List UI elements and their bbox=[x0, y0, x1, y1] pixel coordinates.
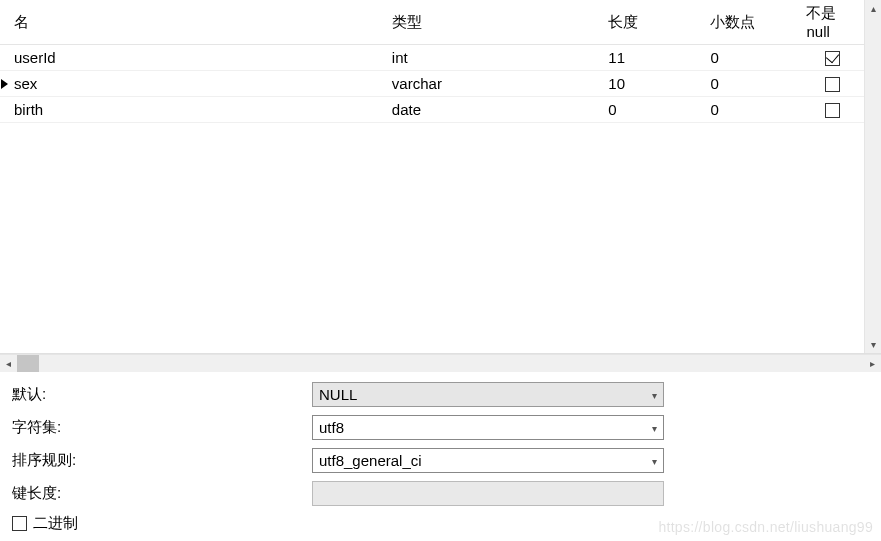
notnull-checkbox[interactable] bbox=[825, 51, 840, 66]
cell-length[interactable]: 10 bbox=[594, 71, 696, 97]
col-header-notnull[interactable]: 不是 null bbox=[792, 0, 864, 45]
table-row[interactable]: sexvarchar100 bbox=[0, 71, 864, 97]
cell-name-text: sex bbox=[14, 75, 37, 92]
vscroll-track[interactable] bbox=[865, 17, 881, 336]
cell-name-text: birth bbox=[14, 101, 43, 118]
collation-value: utf8_general_ci bbox=[319, 452, 422, 469]
chevron-down-icon: ▾ bbox=[652, 422, 657, 433]
cell-type[interactable]: date bbox=[378, 97, 595, 123]
col-header-length[interactable]: 长度 bbox=[594, 0, 696, 45]
table-row[interactable]: userIdint110 bbox=[0, 45, 864, 71]
col-header-decimals[interactable]: 小数点 bbox=[696, 0, 792, 45]
scroll-left-icon[interactable]: ◂ bbox=[0, 355, 17, 372]
fields-table: 名 类型 长度 小数点 不是 null userIdint110sexvarch… bbox=[0, 0, 864, 123]
scroll-up-icon[interactable]: ▴ bbox=[865, 0, 881, 17]
current-row-marker-icon bbox=[1, 79, 8, 89]
cell-length[interactable]: 0 bbox=[594, 97, 696, 123]
notnull-checkbox[interactable] bbox=[825, 103, 840, 118]
hscroll-track[interactable] bbox=[17, 355, 864, 372]
vertical-scrollbar[interactable]: ▴ ▾ bbox=[864, 0, 881, 353]
charset-label: 字符集: bbox=[12, 418, 312, 437]
keylen-label: 键长度: bbox=[12, 484, 312, 503]
cell-notnull[interactable] bbox=[792, 71, 864, 97]
table-row[interactable]: birthdate00 bbox=[0, 97, 864, 123]
chevron-down-icon: ▾ bbox=[652, 455, 657, 466]
cell-length[interactable]: 11 bbox=[594, 45, 696, 71]
charset-combo[interactable]: utf8 ▾ bbox=[312, 415, 664, 440]
col-header-type[interactable]: 类型 bbox=[378, 0, 595, 45]
collation-combo[interactable]: utf8_general_ci ▾ bbox=[312, 448, 664, 473]
cell-decimals[interactable]: 0 bbox=[696, 97, 792, 123]
cell-decimals[interactable]: 0 bbox=[696, 71, 792, 97]
hscroll-thumb[interactable] bbox=[17, 355, 39, 372]
chevron-down-icon: ▾ bbox=[652, 389, 657, 400]
default-combo[interactable]: NULL ▾ bbox=[312, 382, 664, 407]
default-label: 默认: bbox=[12, 385, 312, 404]
col-header-name[interactable]: 名 bbox=[0, 0, 378, 45]
table-empty-area[interactable] bbox=[0, 177, 864, 354]
cell-notnull[interactable] bbox=[792, 97, 864, 123]
cell-decimals[interactable]: 0 bbox=[696, 45, 792, 71]
binary-label: 二进制 bbox=[33, 514, 78, 533]
fields-table-header: 名 类型 长度 小数点 不是 null bbox=[0, 0, 864, 45]
keylen-input[interactable] bbox=[312, 481, 664, 506]
cell-name[interactable]: birth bbox=[0, 97, 378, 123]
cell-notnull[interactable] bbox=[792, 45, 864, 71]
cell-type[interactable]: int bbox=[378, 45, 595, 71]
horizontal-scrollbar[interactable]: ◂ ▸ bbox=[0, 354, 881, 372]
scroll-down-icon[interactable]: ▾ bbox=[865, 336, 881, 353]
cell-name[interactable]: sex bbox=[0, 71, 378, 97]
cell-name-text: userId bbox=[14, 49, 56, 66]
notnull-checkbox[interactable] bbox=[825, 77, 840, 92]
scroll-right-icon[interactable]: ▸ bbox=[864, 355, 881, 372]
charset-value: utf8 bbox=[319, 419, 344, 436]
cell-type[interactable]: varchar bbox=[378, 71, 595, 97]
default-value: NULL bbox=[319, 386, 357, 403]
cell-name[interactable]: userId bbox=[0, 45, 378, 71]
field-properties-panel: 默认: NULL ▾ 字符集: utf8 ▾ 排序规则: utf8_gene bbox=[0, 372, 881, 541]
binary-checkbox[interactable] bbox=[12, 516, 27, 531]
collation-label: 排序规则: bbox=[12, 451, 312, 470]
